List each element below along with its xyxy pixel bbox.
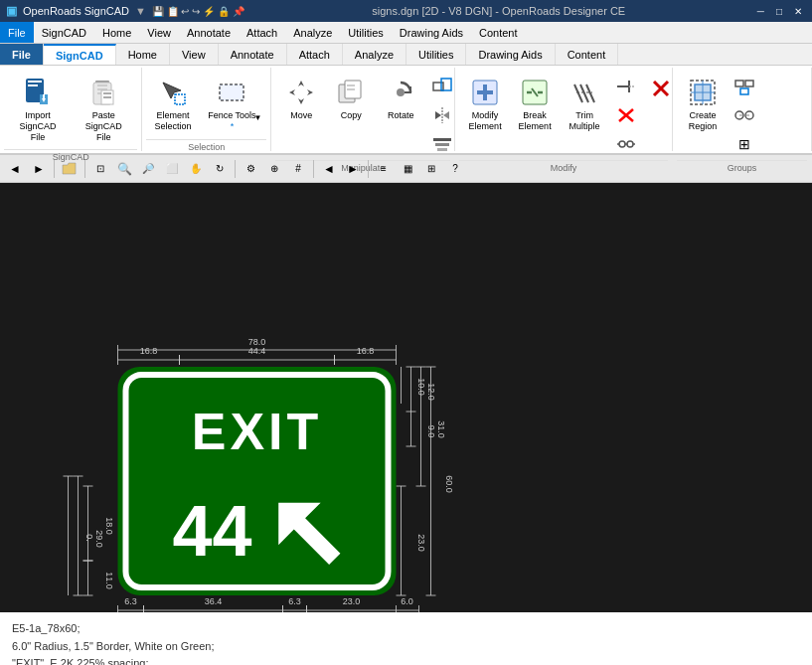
group-btn2[interactable]	[729, 102, 760, 129]
manipulate-btn2[interactable]	[426, 102, 458, 129]
toolbar-icons: 💾 📋 ↩ ↪ ⚡ 🔒 📌	[152, 6, 244, 17]
toolbar-zoom-in[interactable]: 🔍	[113, 158, 135, 180]
svg-rect-50	[735, 81, 743, 86]
ribbon-group-modify: ModifyElement BreakElement	[455, 68, 673, 151]
toolbar-nav-prev[interactable]: ◄	[318, 158, 340, 180]
canvas-area[interactable]: 78.0 16.8 44.4 16.8 60.0 31.0 12.0 10.0 …	[0, 183, 812, 612]
svg-rect-17	[347, 88, 355, 90]
svg-text:60.0: 60.0	[444, 475, 454, 493]
ribbon-group-manipulate: Move Copy	[271, 68, 455, 151]
svg-text:49.0: 49.0	[204, 611, 222, 612]
toolbar-grid[interactable]: #	[287, 158, 309, 180]
svg-text:36.4: 36.4	[205, 596, 223, 606]
move-button[interactable]: Move	[277, 72, 325, 125]
menu-home[interactable]: Home	[94, 22, 139, 43]
svg-rect-13	[220, 84, 244, 100]
copy-button[interactable]: Copy	[327, 72, 375, 125]
tab-signcad[interactable]: SignCAD	[44, 44, 116, 65]
svg-text:6.3: 6.3	[288, 596, 301, 606]
modify-small-2[interactable]	[610, 102, 642, 129]
element-selection-label: ElementSelection	[154, 110, 191, 132]
toolbar-forward[interactable]: ►	[28, 158, 50, 180]
manipulate-btn1[interactable]	[426, 74, 458, 100]
extend-icon	[615, 77, 637, 96]
toolbar-zoom-out[interactable]: 🔎	[137, 158, 159, 180]
toolbar-back[interactable]: ◄	[4, 158, 26, 180]
copy-label: Copy	[341, 110, 362, 120]
toolbar-nav-next[interactable]: ►	[342, 158, 364, 180]
group-btn1[interactable]	[729, 74, 760, 100]
desc-line-2: 6.0" Radius, 1.5" Border, White on Green…	[12, 638, 800, 656]
toolbar-sep1	[54, 160, 55, 178]
modify-small-3[interactable]	[610, 131, 642, 158]
toolbar-fence[interactable]: ⊞	[420, 158, 442, 180]
copy-icon	[335, 77, 367, 108]
groups-group-label: Groups	[677, 160, 807, 175]
rotate-button[interactable]: Rotate	[377, 72, 424, 125]
menu-drawing-aids[interactable]: Drawing Aids	[392, 22, 471, 43]
scale-icon	[431, 77, 453, 96]
menu-view[interactable]: View	[139, 22, 179, 43]
trim-multiple-button[interactable]: TrimMultiple	[561, 72, 608, 137]
import-signcad-button[interactable]: ImportSignCAD File	[6, 72, 70, 147]
menu-utilities[interactable]: Utilities	[340, 22, 391, 43]
modify-element-button[interactable]: ModifyElement	[461, 72, 509, 137]
tab-content[interactable]: Content	[556, 44, 619, 65]
svg-rect-5	[97, 84, 107, 86]
modify-small-1[interactable]	[610, 74, 642, 100]
toolbar-select-all[interactable]: ▦	[397, 158, 418, 180]
tab-utilities[interactable]: Utilities	[406, 44, 466, 65]
menu-file[interactable]: File	[0, 22, 34, 43]
menu-attach[interactable]: Attach	[239, 22, 285, 43]
toolbar-folder[interactable]	[59, 158, 81, 180]
element-selection-button[interactable]: ElementSelection	[148, 72, 197, 137]
maximize-icon[interactable]: □	[772, 6, 786, 17]
svg-rect-16	[347, 84, 355, 86]
toolbar-settings[interactable]: ⚙	[240, 158, 261, 180]
tab-attach[interactable]: Attach	[287, 44, 343, 65]
svg-text:29.0: 29.0	[354, 611, 372, 612]
toolbar-pan[interactable]: ✋	[185, 158, 207, 180]
tab-home[interactable]: Home	[116, 44, 170, 65]
desc-line-3: "EXIT", E 2K 225% spacing;	[12, 655, 800, 665]
expand-group-icon: ⊞	[733, 134, 755, 154]
sign-number-text: 44	[172, 491, 251, 571]
toolbar-snap[interactable]: ⊕	[263, 158, 285, 180]
minimize-icon[interactable]: ─	[753, 6, 768, 17]
tab-file[interactable]: File	[0, 44, 44, 65]
svg-text:9.0: 9.0	[426, 425, 436, 438]
menu-signcad[interactable]: SignCAD	[34, 22, 94, 43]
tab-analyze[interactable]: Analyze	[343, 44, 406, 65]
toolbar-fit[interactable]: ⊡	[89, 158, 111, 180]
toolbar-rotate-view[interactable]: ↻	[209, 158, 231, 180]
signcad-buttons: ImportSignCAD File	[4, 70, 137, 149]
svg-rect-51	[745, 81, 753, 86]
window-title: signs.dgn [2D - V8 DGN] - OpenRoads Desi…	[372, 5, 625, 17]
close-icon[interactable]: ✕	[790, 6, 806, 17]
app-name: OpenRoads SignCAD	[23, 5, 129, 17]
create-region-button[interactable]: CreateRegion	[679, 72, 727, 137]
break-element-button[interactable]: BreakElement	[511, 72, 559, 137]
menu-content[interactable]: Content	[471, 22, 526, 43]
paste-label: PasteSignCAD File	[79, 110, 128, 142]
manipulate-btn3[interactable]	[426, 131, 458, 158]
modify-buttons: ModifyElement BreakElement	[459, 70, 668, 160]
tab-drawing-aids[interactable]: Drawing Aids	[466, 44, 555, 65]
toolbar-zoom-window[interactable]: ⬜	[161, 158, 183, 180]
create-region-icon	[687, 77, 719, 108]
tab-annotate[interactable]: Annotate	[219, 44, 287, 65]
svg-text:23.0: 23.0	[343, 596, 361, 606]
menu-annotate[interactable]: Annotate	[179, 22, 239, 43]
svg-text:16.8: 16.8	[140, 346, 158, 356]
tab-view[interactable]: View	[170, 44, 219, 65]
paste-signcad-button[interactable]: PasteSignCAD File	[72, 72, 135, 147]
toolbar-help[interactable]: ?	[444, 158, 466, 180]
trim-multiple-icon	[568, 77, 600, 108]
fence-tools-button[interactable]: Fence Tools * ▼	[200, 72, 265, 137]
toolbar-level[interactable]: ≡	[373, 158, 395, 180]
svg-rect-1	[28, 81, 42, 83]
window-controls: ─ □ ✕	[753, 6, 806, 17]
menu-analyze[interactable]: Analyze	[285, 22, 340, 43]
group-expand[interactable]: ⊞	[729, 131, 760, 158]
fence-tools-dropdown-arrow: ▼	[253, 113, 261, 122]
